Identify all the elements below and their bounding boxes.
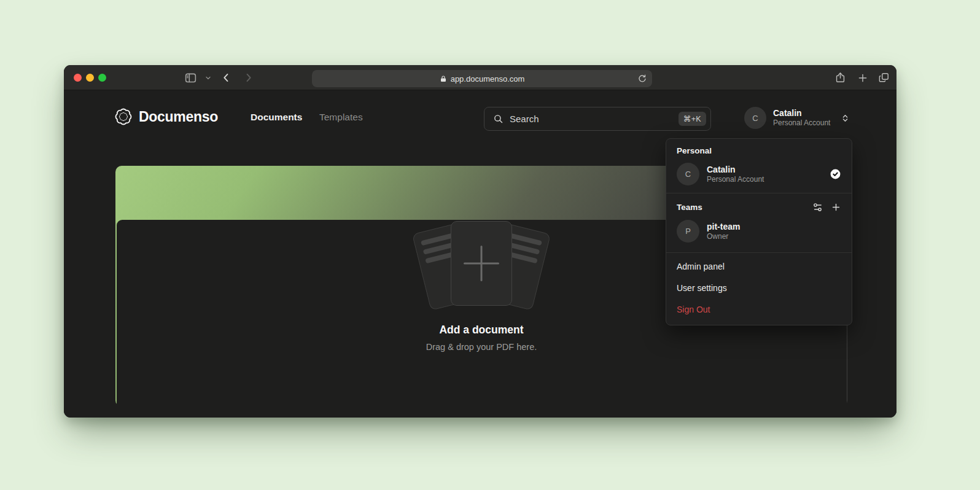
personal-account-item[interactable]: C Catalin Personal Account [675,163,843,185]
teams-actions [812,202,841,212]
personal-item-texts: Catalin Personal Account [707,165,764,184]
traffic-lights [74,74,106,82]
tab-group-menu-button[interactable] [204,65,212,90]
lock-icon [440,75,447,83]
chevron-left-icon [220,72,232,84]
teams-section: Teams [666,193,852,252]
share-button[interactable] [834,65,846,90]
search-input[interactable] [510,114,679,124]
menu-item-admin-panel[interactable]: Admin panel [666,256,852,278]
fullscreen-button[interactable] [98,74,106,82]
minimize-button[interactable] [86,74,94,82]
manage-teams-button[interactable] [812,202,823,212]
chevrons-up-down-icon [841,114,850,123]
nav-templates[interactable]: Templates [319,112,363,123]
team-item[interactable]: P pit-team Owner [675,220,843,243]
add-plus-icon [464,246,499,281]
plus-icon [831,202,841,212]
back-button[interactable] [220,65,232,90]
personal-item-name: Catalin [707,165,764,175]
account-dropdown-menu: Personal C Catalin Personal Account [666,138,852,325]
personal-item-subtitle: Personal Account [707,175,764,184]
avatar: P [677,220,699,243]
nav-documents[interactable]: Documents [251,112,302,123]
account-name: Catalin [773,108,830,119]
create-team-button[interactable] [831,202,841,212]
forward-button[interactable] [243,65,254,90]
selected-check-icon [830,168,841,180]
browser-titlebar: app.documenso.com [64,65,896,90]
document-card-center [451,221,512,306]
brand-wordmark: Documenso [139,109,218,125]
teams-section-header: Teams [675,201,843,212]
settings-sliders-icon [812,202,823,212]
avatar: C [744,107,766,129]
search-shortcut-badge: ⌘+K [679,112,706,126]
avatar-initial: C [685,169,691,179]
documenso-logo-icon [114,107,133,126]
tab-overview-button[interactable] [878,65,890,90]
menu-actions-section: Admin panel User settings Sign Out [666,253,852,325]
reload-icon [637,74,647,83]
avatar-initial: C [752,114,758,123]
account-menu-trigger[interactable]: C Catalin Personal Account [744,107,850,129]
sidebar-toggle-button[interactable] [184,65,197,90]
account-subtitle: Personal Account [773,119,830,128]
team-item-subtitle: Owner [707,232,740,241]
search-box[interactable]: ⌘+K [484,107,711,131]
app-content: Documenso Documents Templates ⌘+K C Cata… [64,91,896,418]
search-icon [493,114,504,124]
avatar-initial: P [685,227,691,236]
menu-item-sign-out[interactable]: Sign Out [666,299,852,321]
tabs-icon [878,72,890,84]
menu-item-user-settings[interactable]: User settings [666,278,852,299]
reload-button[interactable] [637,74,647,83]
personal-section-label: Personal [675,145,843,155]
url-text: app.documenso.com [451,74,525,84]
chevron-right-icon [243,72,254,84]
brand-link[interactable]: Documenso [114,107,218,126]
teams-section-label: Teams [677,203,702,212]
document-stack-illustration [399,220,564,312]
browser-window: app.documenso.com [64,65,896,418]
chevron-down-icon [204,74,212,82]
team-item-name: pit-team [707,222,740,232]
plus-icon [857,72,868,84]
account-texts: Catalin Personal Account [773,108,830,128]
team-item-texts: pit-team Owner [707,222,740,241]
new-tab-button[interactable] [857,65,868,90]
dropzone-subtitle: Drag & drop your PDF here. [117,342,847,352]
share-icon [834,72,846,84]
avatar: C [677,163,699,185]
sidebar-icon [184,71,197,84]
personal-section: Personal C Catalin Personal Account [666,139,852,193]
close-button[interactable] [74,74,82,82]
desktop: app.documenso.com [0,0,980,490]
address-bar[interactable]: app.documenso.com [312,70,652,87]
